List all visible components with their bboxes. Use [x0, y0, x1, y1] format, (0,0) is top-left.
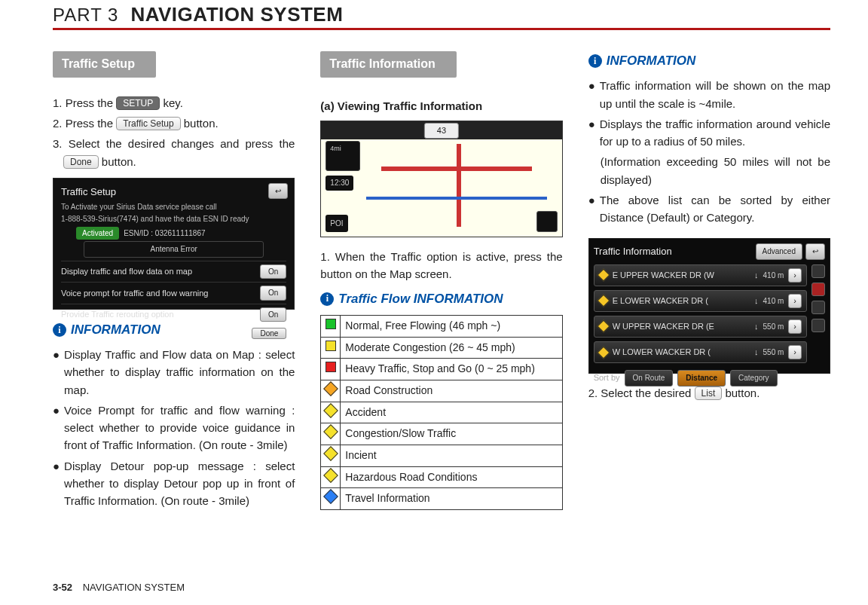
- flow-text: Moderate Congestion (26 ~ 45 mph): [341, 337, 562, 359]
- traffic-flow-label: Traffic Flow INFORMATION: [338, 289, 503, 309]
- step1-text-a: 1. Press the: [53, 96, 116, 109]
- antenna-error: Antenna Error: [84, 241, 264, 258]
- table-row: Travel Information: [321, 488, 562, 510]
- table-row: Normal, Free Flowing (46 mph ~): [321, 315, 562, 337]
- map-menu-icon: [536, 211, 558, 232]
- part-title: NAVIGATION SYSTEM: [130, 3, 343, 26]
- step2-text-b: button.: [725, 387, 760, 399]
- flow-text: Heavy Traffic, Stop and Go (0 ~ 25 mph): [341, 359, 562, 380]
- step-3: 3. Select the desired changes and press …: [53, 135, 295, 170]
- travel-info-icon: [323, 489, 338, 504]
- row-dist: 410 m: [763, 295, 784, 307]
- ts-row-2: Voice prompt for traffic and flow warnin…: [61, 282, 286, 304]
- subheading-viewing: (a) Viewing Traffic Information: [320, 97, 562, 115]
- row-name: W UPPER WACKER DR (E: [613, 320, 750, 333]
- back-icon: ↩: [805, 243, 825, 260]
- on-button: On: [260, 264, 286, 280]
- ts-row-1: Display traffic and flow data on mapOn: [61, 261, 286, 283]
- incident-icon: [323, 446, 338, 461]
- scroll-top-icon: [811, 264, 825, 278]
- chevron-right-icon: ›: [788, 294, 802, 308]
- column-3: i INFORMATION ●Traffic information will …: [588, 51, 830, 512]
- arrow-down-icon: ↓: [754, 320, 759, 333]
- info-icon: i: [320, 292, 334, 306]
- bullet-text: Displays the traffic information around …: [600, 115, 830, 151]
- part-header: PART 3 NAVIGATION SYSTEM: [53, 0, 830, 30]
- setup-key: SETUP: [116, 96, 160, 110]
- bullet-icon: ●: [53, 457, 60, 510]
- traffic-flow-table: Normal, Free Flowing (46 mph ~) Moderate…: [320, 315, 562, 510]
- info-bullets-col1: ●Display Traffic and Flow data on Map : …: [53, 346, 295, 509]
- bullet-text: Display Detour pop-up message : select w…: [64, 457, 295, 510]
- col2-step1: 1. When the Traffic option is active, pr…: [320, 248, 562, 283]
- row-name: W LOWER WACKER DR (: [613, 346, 750, 359]
- green-square-icon: [326, 319, 336, 329]
- map-label: 43: [424, 123, 459, 139]
- row-dist: 550 m: [763, 321, 784, 333]
- table-row: Congestion/Slow Traffic: [321, 423, 562, 445]
- flow-text: Normal, Free Flowing (46 mph ~): [341, 315, 562, 337]
- map-scale: 4mi: [330, 144, 341, 154]
- list-item: W LOWER WACKER DR (↓550 m›: [594, 341, 807, 363]
- step-1: 1. Press the SETUP key.: [53, 94, 295, 112]
- sort-distance: Distance: [677, 370, 726, 387]
- done-button: Done: [63, 155, 99, 169]
- on-button: On: [260, 307, 286, 322]
- column-2: Traffic Information (a) Viewing Traffic …: [320, 51, 562, 512]
- col3-step2: 2. Select the desired List button.: [588, 384, 830, 402]
- ts-msg2: 1-888-539-Sirius(7474) and have the data…: [61, 215, 286, 224]
- step3-text-a: 3. Select the desired changes and press …: [53, 137, 295, 150]
- table-row: Heavy Traffic, Stop and Go (0 ~ 25 mph): [321, 359, 562, 380]
- list-item: E LOWER WACKER DR (↓410 m›: [594, 290, 807, 312]
- warning-icon: [597, 295, 610, 307]
- yellow-square-icon: [326, 341, 336, 351]
- warning-icon: [597, 346, 610, 359]
- sort-bar: Sort by On Route Distance Category: [594, 370, 825, 387]
- scroll-thumb: [811, 283, 825, 296]
- list-button: List: [695, 387, 723, 400]
- step2-text-b: button.: [184, 117, 219, 130]
- info-icon: i: [588, 54, 602, 68]
- column-1: Traffic Setup 1. Press the SETUP key. 2.…: [53, 51, 295, 512]
- traffic-flow-heading: i Traffic Flow INFORMATION: [320, 289, 562, 309]
- ti-title: Traffic Information: [594, 244, 672, 259]
- sort-onroute: On Route: [625, 370, 674, 387]
- esn-id: ESN/ID : 032611111867: [124, 228, 205, 240]
- activated-pill: Activated: [76, 227, 119, 240]
- list-item: E UPPER WACKER DR (W↓410 m›: [594, 264, 807, 286]
- poi-button: POI: [326, 215, 347, 233]
- ts-row-3: Provide Traffic rerouting optionOn: [61, 304, 286, 325]
- ts-row3-label: Provide Traffic rerouting option: [61, 308, 174, 321]
- scroll-spacer: [811, 301, 825, 314]
- flow-text: Road Construction: [341, 380, 562, 402]
- map-clock: 12:30: [326, 176, 353, 191]
- congestion-icon: [323, 424, 338, 439]
- on-button: On: [260, 286, 286, 301]
- traffic-setup-screenshot: ↩ Traffic Setup To Activate your Sirius …: [53, 178, 295, 310]
- chevron-right-icon: ›: [788, 345, 802, 359]
- table-row: Moderate Congestion (26 ~ 45 mph): [321, 337, 562, 359]
- accident-icon: [323, 403, 338, 418]
- map-screenshot: 43 4mi 12:30 POI: [320, 121, 562, 237]
- table-row: Incient: [321, 445, 562, 467]
- bullet-text: Traffic information will be shown on the…: [600, 77, 830, 112]
- advanced-button: Advanced: [756, 243, 802, 260]
- bullet-text: Display Traffic and Flow data on Map : s…: [64, 346, 295, 399]
- scroll-bottom-icon: [811, 319, 825, 332]
- chevron-right-icon: ›: [788, 268, 802, 283]
- step2-text-a: 2. Select the desired: [588, 387, 695, 399]
- page-footer: 3-52 NAVIGATION SYSTEM: [53, 582, 185, 593]
- information-heading: i INFORMATION: [588, 51, 830, 71]
- table-row: Hazardous Road Conditions: [321, 466, 562, 488]
- step1-text-b: key.: [163, 96, 182, 109]
- chevron-right-icon: ›: [788, 319, 802, 334]
- sort-category: Category: [730, 370, 778, 387]
- step2-text-a: 2. Press the: [53, 117, 116, 130]
- flow-text: Hazardous Road Conditions: [341, 466, 562, 488]
- step3-text-b: button.: [102, 155, 136, 168]
- row-dist: 410 m: [763, 270, 784, 282]
- information-label: INFORMATION: [607, 51, 696, 71]
- sort-label: Sort by: [594, 371, 620, 384]
- bullet-icon: ●: [588, 191, 595, 227]
- page-number: 3-52: [53, 582, 72, 593]
